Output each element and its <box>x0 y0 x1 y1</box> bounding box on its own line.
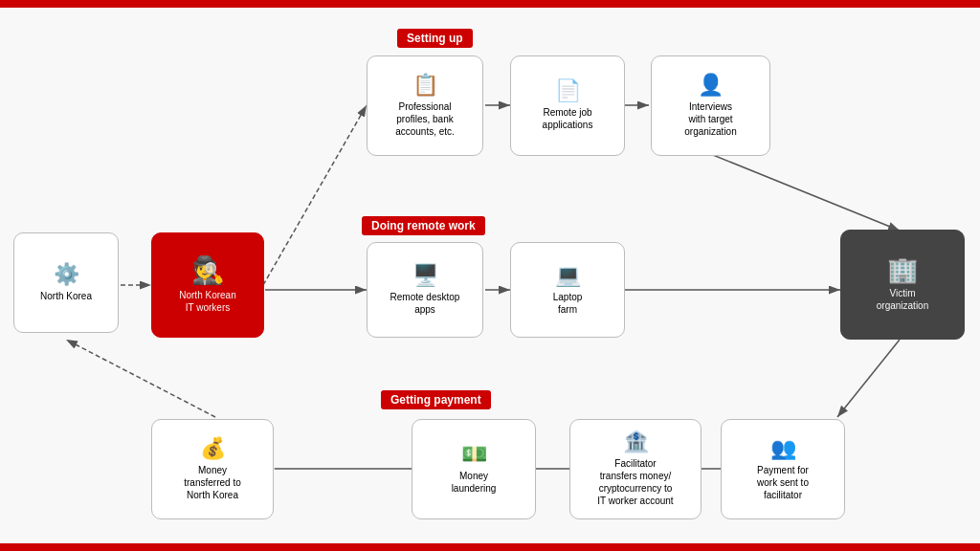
section-doing-remote: Doing remote work <box>362 216 485 235</box>
money-nk-icon: 💰 <box>200 438 226 459</box>
victim-org-label: Victimorganization <box>877 287 928 312</box>
remote-desktop-icon: 🖥️ <box>412 265 438 286</box>
facilitator-transfer-label: Facilitatortransfers money/cryptocurrenc… <box>597 457 673 507</box>
victim-org-icon: 🏢 <box>887 257 918 282</box>
remote-apps-node: 📄 Remote jobapplications <box>510 55 625 156</box>
profiles-label: Professionalprofiles, bankaccounts, etc. <box>395 100 455 138</box>
bottom-border <box>0 543 980 551</box>
money-laundering-label: Moneylaundering <box>452 470 497 495</box>
laptop-farm-node: 💻 Laptopfarm <box>510 242 625 338</box>
interviews-label: Interviewswith targetorganization <box>684 100 736 138</box>
facilitator-transfer-icon: 🏦 <box>623 431 649 452</box>
top-border <box>0 0 980 8</box>
payment-facilitator-label: Payment forwork sent tofacilitator <box>757 464 809 501</box>
nk-workers-label: North Korean IT workers <box>179 289 235 314</box>
money-nk-label: Moneytransferred toNorth Korea <box>184 464 240 501</box>
interviews-icon: 👤 <box>698 75 724 96</box>
money-laundering-node: 💵 Moneylaundering <box>412 419 536 519</box>
profiles-node: 📋 Professionalprofiles, bankaccounts, et… <box>367 55 483 156</box>
payment-facilitator-icon: 👥 <box>770 438 796 459</box>
north-korea-node: ⚙️ North Korea <box>13 232 119 333</box>
profiles-icon: 📋 <box>412 75 438 96</box>
svg-line-13 <box>66 340 215 417</box>
diagram-container: Setting up Doing remote work Getting pay… <box>0 8 980 543</box>
nk-workers-icon: 🕵️ <box>191 257 225 284</box>
victim-org-node: 🏢 Victimorganization <box>840 230 965 340</box>
remote-desktop-node: 🖥️ Remote desktopapps <box>367 242 483 338</box>
payment-facilitator-node: 👥 Payment forwork sent tofacilitator <box>721 419 845 519</box>
interviews-node: 👤 Interviewswith targetorganization <box>651 55 770 156</box>
section-getting-payment: Getting payment <box>381 390 491 409</box>
section-setting-up: Setting up <box>397 29 473 48</box>
money-nk-node: 💰 Moneytransferred toNorth Korea <box>151 419 274 519</box>
svg-line-2 <box>263 105 367 285</box>
nk-workers-node: 🕵️ North Korean IT workers <box>151 232 264 338</box>
north-korea-icon: ⚙️ <box>54 264 79 285</box>
facilitator-transfer-node: 🏦 Facilitatortransfers money/cryptocurre… <box>569 419 702 519</box>
remote-desktop-label: Remote desktopapps <box>390 291 460 316</box>
laptop-farm-icon: 💻 <box>555 265 581 286</box>
laptop-farm-label: Laptopfarm <box>553 291 583 316</box>
money-laundering-icon: 💵 <box>461 444 487 465</box>
north-korea-label: North Korea <box>40 290 92 302</box>
remote-apps-label: Remote jobapplications <box>543 106 593 131</box>
remote-apps-icon: 📄 <box>555 80 581 101</box>
svg-line-9 <box>837 340 900 417</box>
svg-line-5 <box>708 153 900 231</box>
